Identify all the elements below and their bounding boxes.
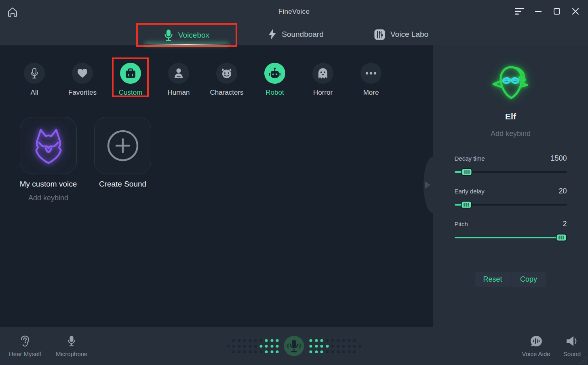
- tab-voice-labo[interactable]: Voice Labo: [364, 25, 439, 44]
- category-label: More: [363, 89, 379, 97]
- visualizer-dot: [331, 350, 334, 353]
- audio-visualizer: [227, 336, 361, 356]
- visualizer-dots-left: [227, 339, 279, 353]
- early-delay-slider[interactable]: [455, 204, 567, 206]
- tab-voice-labo-label: Voice Labo: [390, 30, 428, 39]
- visualizer-dot-active: [276, 345, 279, 348]
- reset-button[interactable]: Reset: [475, 272, 510, 287]
- heart-icon: [77, 68, 88, 78]
- slider-handle[interactable]: [556, 234, 567, 242]
- visualizer-dot-row: [310, 339, 356, 342]
- pitch-slider[interactable]: [455, 237, 567, 238]
- close-button[interactable]: [569, 5, 582, 17]
- slider-value: 20: [558, 187, 567, 195]
- visualizer-dot: [342, 350, 345, 353]
- visualizer-dot: [254, 350, 257, 353]
- category-label: Characters: [210, 89, 243, 97]
- visualizer-dot: [227, 345, 230, 348]
- tab-soundboard-label: Soundboard: [282, 30, 324, 39]
- create-sound-tile[interactable]: [94, 117, 151, 174]
- title-bar: FineVoice: [0, 0, 588, 45]
- menu-button[interactable]: [514, 5, 526, 17]
- neon-elf-icon: [490, 62, 532, 102]
- panel-collapse-notch[interactable]: [424, 157, 443, 213]
- visualizer-dot: [348, 339, 350, 342]
- visualizer-dot-active: [270, 345, 273, 348]
- tab-voicebox[interactable]: Voicebox: [138, 25, 236, 45]
- category-horror[interactable]: Horror: [308, 63, 337, 97]
- voice-aide-button[interactable]: Voice Aide: [522, 335, 550, 357]
- visualizer-dot-active: [315, 350, 318, 353]
- visualizer-dot-active: [320, 339, 323, 342]
- category-human[interactable]: Human: [164, 63, 193, 97]
- mixer-sliders-icon: [374, 29, 385, 40]
- voice-card-title: My custom voice: [20, 180, 77, 189]
- annotation-highlight-custom: [112, 57, 149, 97]
- visualizer-dot: [326, 339, 329, 342]
- speaker-icon: [566, 336, 577, 346]
- copy-button[interactable]: Copy: [511, 272, 546, 287]
- category-characters[interactable]: Characters: [212, 63, 241, 97]
- voice-aide-label: Voice Aide: [522, 350, 550, 357]
- microphone-icon: [285, 339, 303, 353]
- chevron-right-icon: [425, 181, 430, 189]
- visualizer-dot: [353, 350, 356, 353]
- visualizer-dot-active: [265, 350, 268, 353]
- category-bar: All Favorites: [0, 45, 433, 97]
- add-keybind-link[interactable]: Add keybind: [491, 129, 531, 138]
- visualizer-dot-active: [276, 350, 279, 353]
- visualizer-dot: [238, 350, 240, 353]
- slider-handle[interactable]: [461, 201, 472, 209]
- minimize-button[interactable]: [532, 5, 544, 17]
- resize-grip[interactable]: [580, 357, 586, 363]
- microphone-label: Microphone: [56, 350, 87, 357]
- category-label: All: [31, 89, 38, 97]
- category-custom[interactable]: Custom: [116, 63, 145, 97]
- visualizer-dot: [254, 345, 257, 348]
- sound-label: Sound: [563, 350, 581, 357]
- app-title: FineVoice: [0, 8, 588, 16]
- decay-time-slider[interactable]: [455, 171, 567, 173]
- slider-pitch: Pitch 2: [455, 220, 567, 238]
- visualizer-dot: [243, 339, 246, 342]
- voice-grid-area: All Favorites: [0, 45, 433, 327]
- category-robot[interactable]: Robot: [260, 63, 289, 97]
- sound-button[interactable]: Sound: [563, 335, 581, 357]
- hear-myself-toggle[interactable]: Hear Myself: [9, 335, 41, 357]
- category-all[interactable]: All: [20, 63, 49, 97]
- microphone-select[interactable]: Microphone: [56, 335, 87, 357]
- category-favorites[interactable]: Favorites: [68, 63, 97, 97]
- visualizer-dot: [254, 339, 257, 342]
- tab-soundboard[interactable]: Soundboard: [259, 25, 333, 44]
- visualizer-dot: [348, 350, 350, 353]
- ghost-icon: [318, 68, 328, 79]
- maximize-button[interactable]: [551, 5, 563, 17]
- devil-face-icon: [221, 68, 232, 79]
- close-icon: [572, 8, 579, 15]
- slider-value: 1500: [550, 154, 567, 163]
- plus-circle-icon: [107, 129, 139, 162]
- visualizer-dot-active: [265, 339, 268, 342]
- add-keybind-link[interactable]: Add keybind: [28, 194, 68, 202]
- slider-handle[interactable]: [462, 168, 472, 176]
- category-label: Horror: [313, 89, 333, 97]
- visualizer-dot-active: [320, 345, 323, 348]
- visualizer-dot-row: [227, 345, 279, 348]
- visualizer-dot-active: [259, 345, 262, 348]
- visualizer-dot: [249, 345, 251, 348]
- category-more[interactable]: More: [356, 63, 386, 97]
- visualizer-dot: [337, 350, 339, 353]
- window-controls: [514, 5, 582, 17]
- visualizer-dot: [243, 345, 246, 348]
- microphone-icon: [164, 29, 173, 41]
- slider-label: Pitch: [455, 221, 468, 227]
- visualizer-dot: [238, 339, 240, 342]
- hear-myself-label: Hear Myself: [9, 350, 41, 357]
- visualizer-dot: [249, 339, 251, 342]
- visualizer-dot: [348, 345, 350, 348]
- slider-label: Decay time: [455, 155, 485, 162]
- voice-card-title: Create Sound: [99, 180, 146, 189]
- voice-tile[interactable]: [20, 117, 77, 174]
- category-label: Favorites: [68, 89, 97, 97]
- mic-mute-button[interactable]: [284, 336, 304, 356]
